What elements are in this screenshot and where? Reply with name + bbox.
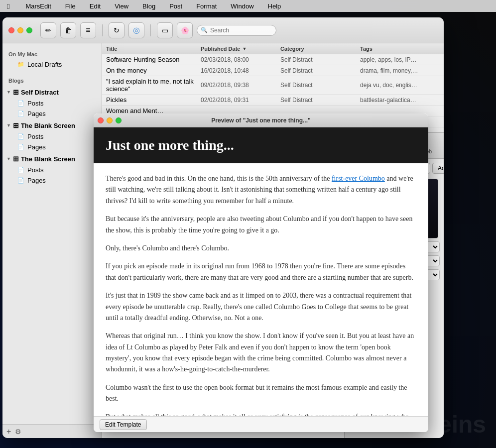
posts-icon-2: 📄 (17, 133, 24, 140)
post-list-header: Title Published Date ▼ Category Tags (102, 43, 444, 54)
pages-icon-4: 📄 (17, 177, 24, 184)
preview-minimize-button[interactable] (107, 117, 113, 123)
disclosure-icon-3: ▼ (6, 156, 11, 161)
local-drafts-label: Local Drafts (27, 61, 62, 68)
col-header-tags: Tags (360, 46, 440, 52)
menu-view[interactable]: View (112, 1, 131, 11)
wordpress-icon-2: ⊞ (13, 121, 19, 129)
pages-label-1: Pages (27, 110, 46, 117)
menu-marsedit[interactable]: MarsEdit (22, 1, 54, 11)
preview-body: There's good and bad in this. On the one… (94, 163, 428, 416)
sidebar-blog-blank-screen-1[interactable]: ▼ ⊞ The Blank Screen (2, 119, 102, 131)
add-blog-button[interactable]: + (6, 427, 11, 436)
preview-para-7: Columbo wasn't the first to use the open… (106, 382, 416, 405)
preview-traffic-lights (98, 117, 122, 123)
disclosure-icon-2: ▼ (6, 123, 11, 128)
preview-post-title: Just one more thing... (106, 137, 416, 153)
sidebar-item-blank-screen-2-pages[interactable]: 📄 Pages (2, 175, 102, 186)
sidebar-item-blank-screen-1-posts[interactable]: 📄 Posts (2, 131, 102, 142)
posts-label-3: Posts (27, 166, 44, 174)
list-button[interactable]: ≡ (80, 22, 96, 38)
search-input[interactable] (197, 25, 276, 36)
sidebar-item-self-distract-posts[interactable]: 📄 Posts (2, 98, 102, 109)
post-row[interactable]: Software Hunting Season 02/03/2018, 08:0… (102, 54, 444, 65)
settings-button[interactable]: ⚙ (15, 428, 21, 436)
menu-bar:  MarsEdit File Edit View Blog Post Form… (0, 0, 496, 12)
preview-window: Preview of "Just one more thing..." Just… (94, 113, 428, 432)
preview-close-button[interactable] (98, 117, 104, 123)
sidebar-item-self-distract-pages[interactable]: 📄 Pages (2, 109, 102, 119)
add-tag-button[interactable]: Add (432, 163, 444, 174)
new-post-button[interactable]: ✏ (40, 22, 56, 38)
search-icon: 🔍 (201, 27, 208, 33)
preview-titlebar: Preview of "Just one more thing..." (94, 113, 428, 127)
delete-button[interactable]: 🗑 (60, 22, 76, 38)
menu-format[interactable]: Format (193, 1, 220, 11)
preview-para-4: If you pick an episode made in its origi… (106, 261, 416, 283)
preview-header-bar: Just one more thing... (94, 127, 428, 163)
close-button[interactable] (8, 27, 14, 33)
preview-title: Preview of "Just one more thing..." (211, 117, 310, 124)
folder-icon: 📁 (17, 61, 24, 68)
refresh-icon: ↻ (114, 26, 120, 34)
apple-menu[interactable]:  (4, 1, 12, 11)
pages-icon-1: 📄 (17, 111, 24, 117)
toolbar-separator-1 (102, 24, 103, 36)
col-header-title: Title (106, 46, 201, 52)
sidebar-blog-blank-screen-2[interactable]: ▼ ⊞ The Blank Screen (2, 152, 102, 165)
sort-icon: ▼ (242, 46, 247, 51)
post-row[interactable]: Pickles 02/02/2018, 09:31 Self Distract … (102, 95, 444, 106)
view-icon: ▭ (162, 26, 168, 34)
col-header-category: Category (280, 46, 360, 52)
wordpress-icon-1: ⊞ (13, 88, 19, 96)
post-row[interactable]: "I said explain it to me, not talk scien… (102, 76, 444, 95)
preview-maximize-button[interactable] (116, 117, 122, 123)
edit-template-button[interactable]: Edit Template (100, 419, 147, 430)
toolbar-separator-2 (150, 24, 151, 36)
sidebar-item-blank-screen-1-pages[interactable]: 📄 Pages (2, 142, 102, 152)
photos-icon: 🌸 (181, 26, 189, 34)
preview-content: Just one more thing... There's good and … (94, 127, 428, 416)
activity-button[interactable]: ◎ (128, 22, 144, 38)
post-row[interactable]: On the money 16/02/2018, 10:48 Self Dist… (102, 65, 444, 76)
preview-footer: Edit Template (94, 416, 428, 432)
refresh-button[interactable]: ↻ (109, 22, 124, 38)
preview-para-8: But what makes all this so good, what ma… (106, 412, 416, 416)
columbo-link[interactable]: first-ever Columbo (332, 175, 385, 182)
blog-blank-screen-1-label: The Blank Screen (21, 122, 75, 129)
posts-label-1: Posts (27, 100, 44, 107)
sidebar-blog-self-distract[interactable]: ▼ ⊞ Self Distract (2, 86, 102, 98)
main-toolbar: ✏ 🗑 ≡ ↻ ◎ ▭ 🌸 🔍 (2, 17, 444, 43)
menu-file[interactable]: File (62, 1, 79, 11)
menu-post[interactable]: Post (166, 1, 185, 11)
blogs-header: Blogs (2, 74, 102, 86)
sidebar-item-local-drafts[interactable]: 📁 Local Drafts (2, 59, 102, 70)
menu-help[interactable]: Help (265, 1, 284, 11)
activity-icon: ◎ (133, 25, 140, 35)
minimize-button[interactable] (17, 27, 23, 33)
menu-window[interactable]: Window (228, 1, 256, 11)
blog-blank-screen-2-label: The Blank Screen (21, 155, 75, 163)
blog-self-distract-label: Self Distract (21, 89, 59, 96)
preview-para-5: It's just that in 1989 the show came bac… (106, 290, 416, 324)
pages-label-2: Pages (27, 143, 46, 151)
sidebar-item-blank-screen-2-posts[interactable]: 📄 Posts (2, 165, 102, 175)
preview-para-1: There's good and bad in this. On the one… (106, 173, 416, 207)
menu-edit[interactable]: Edit (87, 1, 104, 11)
trash-icon: 🗑 (65, 26, 72, 34)
photos-button[interactable]: 🌸 (177, 22, 193, 38)
posts-icon-3: 📄 (17, 167, 24, 173)
wordpress-icon-3: ⊞ (13, 155, 19, 163)
sidebar: On My Mac 📁 Local Drafts Blogs ▼ ⊞ Self … (2, 43, 102, 438)
traffic-lights (8, 27, 32, 33)
search-container: 🔍 (197, 25, 276, 36)
posts-label-2: Posts (27, 133, 44, 140)
compose-icon: ✏ (45, 26, 51, 34)
list-icon: ≡ (86, 26, 90, 35)
pages-label-3: Pages (27, 177, 46, 184)
disclosure-icon-1: ▼ (6, 90, 11, 95)
view-button[interactable]: ▭ (157, 22, 173, 38)
preview-para-3: Only, there's Columbo and there's Columb… (106, 243, 416, 254)
menu-blog[interactable]: Blog (139, 1, 158, 11)
maximize-button[interactable] (26, 27, 32, 33)
